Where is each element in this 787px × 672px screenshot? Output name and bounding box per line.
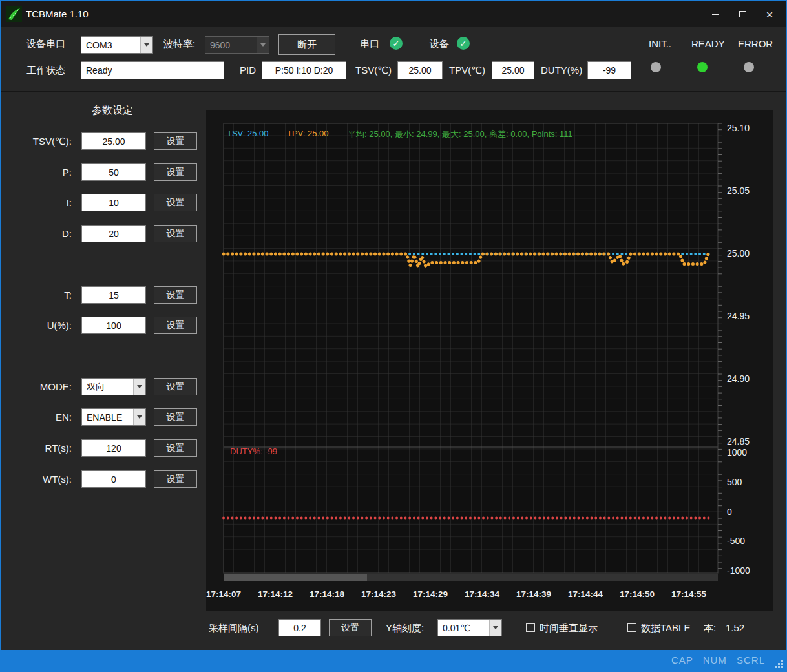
sample-interval-set-button[interactable]: 设置 bbox=[329, 619, 372, 636]
param-t-label: T: bbox=[0, 286, 72, 304]
scroll-lock-indicator: SCRL bbox=[737, 655, 765, 666]
right-axis-ticks bbox=[718, 123, 722, 569]
param-en-select[interactable]: ENABLE bbox=[81, 408, 146, 426]
param-d-label: D: bbox=[0, 225, 72, 242]
com-port-select[interactable]: COM3 bbox=[81, 36, 153, 54]
param-u-label: U(%): bbox=[0, 317, 72, 334]
window-controls: × bbox=[702, 1, 783, 27]
param-tsv-set-button[interactable]: 设置 bbox=[154, 132, 197, 150]
pid-field[interactable] bbox=[262, 61, 346, 79]
param-row-p: P:设置 bbox=[1, 163, 206, 181]
cap-lock-indicator: CAP bbox=[671, 655, 693, 666]
time-axis-tick: 17:14:07 bbox=[196, 589, 251, 599]
param-row-en: EN:ENABLE设置 bbox=[1, 408, 206, 426]
param-mode-select[interactable]: 双向 bbox=[81, 378, 146, 395]
param-row-wt: WT(s):设置 bbox=[1, 470, 206, 488]
header-divider bbox=[1, 91, 786, 92]
statusbar: CAP NUM SCRL bbox=[1, 650, 786, 671]
y-scale-select[interactable]: 0.01℃ bbox=[437, 619, 502, 636]
temp-axis-tick: 25.10 bbox=[727, 123, 772, 133]
param-tsv-input[interactable] bbox=[81, 132, 146, 150]
param-d-input[interactable] bbox=[81, 225, 146, 242]
time-axis-tick: 17:14:44 bbox=[558, 589, 613, 599]
time-vertical-checkbox[interactable] bbox=[526, 623, 535, 632]
close-icon: × bbox=[766, 8, 773, 21]
param-p-input[interactable] bbox=[81, 163, 146, 181]
app-icon bbox=[6, 6, 22, 22]
y-scale-label: Y轴刻度: bbox=[386, 618, 424, 638]
duty-axis-tick: -1000 bbox=[727, 565, 772, 576]
param-i-input[interactable] bbox=[81, 194, 146, 211]
tsv-header-field[interactable] bbox=[397, 61, 443, 79]
param-en-set-button[interactable]: 设置 bbox=[154, 408, 197, 426]
legend-duty: DUTY%: -99 bbox=[230, 446, 277, 456]
minimize-button[interactable] bbox=[702, 3, 729, 25]
duty-header-field[interactable] bbox=[587, 61, 631, 79]
param-mode-label: MODE: bbox=[0, 378, 72, 395]
legend-stats: 平均: 25.00, 最小: 24.99, 最大: 25.00, 离差: 0.0… bbox=[348, 129, 572, 140]
tpv-header-label: TPV(℃) bbox=[449, 61, 485, 80]
param-mode-value: 双向 bbox=[82, 381, 133, 393]
device-label: 设备 bbox=[430, 34, 449, 54]
param-wt-input[interactable] bbox=[81, 470, 146, 488]
serial-label: 串口 bbox=[360, 34, 379, 54]
param-row-rt: RT(s):设置 bbox=[1, 439, 206, 457]
pid-label: PID bbox=[240, 61, 256, 80]
error-label: ERROR bbox=[738, 34, 773, 54]
version-value: 1.52 bbox=[726, 618, 744, 638]
maximize-button[interactable] bbox=[729, 3, 756, 25]
legend-tpv: TPV: 25.00 bbox=[287, 129, 329, 138]
work-status-field[interactable] bbox=[81, 61, 224, 79]
param-d-set-button[interactable]: 设置 bbox=[154, 225, 197, 242]
serial-ok-check-icon: ✓ bbox=[390, 37, 403, 50]
param-mode-set-button[interactable]: 设置 bbox=[154, 378, 197, 395]
version-label: 本: bbox=[704, 618, 716, 638]
chevron-down-icon bbox=[133, 379, 145, 395]
temp-axis-tick: 24.90 bbox=[727, 373, 772, 384]
chevron-down-icon bbox=[133, 409, 145, 425]
temp-axis-tick: 24.85 bbox=[727, 436, 772, 446]
param-rt-input[interactable] bbox=[81, 439, 146, 457]
time-axis-tick: 17:14:50 bbox=[610, 589, 664, 599]
param-u-set-button[interactable]: 设置 bbox=[154, 317, 197, 334]
maximize-icon bbox=[739, 11, 746, 17]
chart-hscrollbar[interactable] bbox=[224, 574, 718, 581]
duty-axis-tick: -500 bbox=[727, 536, 772, 546]
chart-canvas bbox=[206, 110, 773, 611]
legend-tsv: TSV: 25.00 bbox=[227, 129, 269, 138]
param-p-label: P: bbox=[0, 163, 72, 181]
close-button[interactable]: × bbox=[756, 3, 783, 25]
resize-grip-icon[interactable] bbox=[781, 666, 783, 668]
time-axis-tick: 17:14:18 bbox=[300, 589, 354, 599]
tpv-header-field[interactable] bbox=[492, 61, 534, 79]
temp-axis-tick: 25.00 bbox=[727, 248, 772, 258]
param-wt-set-button[interactable]: 设置 bbox=[154, 470, 197, 488]
sample-interval-input[interactable] bbox=[278, 619, 321, 636]
baud-rate-value: 9600 bbox=[205, 40, 257, 50]
param-u-input[interactable] bbox=[81, 317, 146, 334]
ready-label: READY bbox=[691, 34, 725, 54]
param-p-set-button[interactable]: 设置 bbox=[154, 163, 197, 181]
window-title: TCBMate 1.10 bbox=[26, 1, 89, 27]
chevron-down-icon bbox=[489, 620, 501, 636]
device-port-label: 设备串口 bbox=[26, 34, 65, 54]
param-t-input[interactable] bbox=[81, 286, 146, 304]
statusbar-keys: CAP NUM SCRL bbox=[665, 650, 765, 671]
chart-hscrollbar-thumb[interactable] bbox=[224, 574, 367, 581]
tsv-header-label: TSV(℃) bbox=[355, 61, 392, 80]
param-i-set-button[interactable]: 设置 bbox=[154, 194, 197, 211]
chevron-down-icon bbox=[257, 37, 269, 53]
param-t-set-button[interactable]: 设置 bbox=[154, 286, 197, 304]
time-axis-tick: 17:14:39 bbox=[507, 589, 561, 599]
param-row-t: T:设置 bbox=[1, 286, 206, 304]
data-table-checkbox[interactable] bbox=[627, 623, 636, 632]
disconnect-button[interactable]: 断开 bbox=[278, 34, 335, 55]
temp-axis-tick: 24.95 bbox=[727, 311, 772, 321]
duty-header-label: DUTY(%) bbox=[541, 61, 582, 80]
com-port-value: COM3 bbox=[81, 40, 140, 50]
param-rt-set-button[interactable]: 设置 bbox=[154, 439, 197, 457]
baud-rate-label: 波特率: bbox=[163, 34, 195, 54]
params-panel-title: 参数设定 bbox=[77, 104, 148, 118]
duty-axis-tick: 1000 bbox=[727, 447, 772, 457]
param-row-d: D:设置 bbox=[1, 225, 206, 242]
